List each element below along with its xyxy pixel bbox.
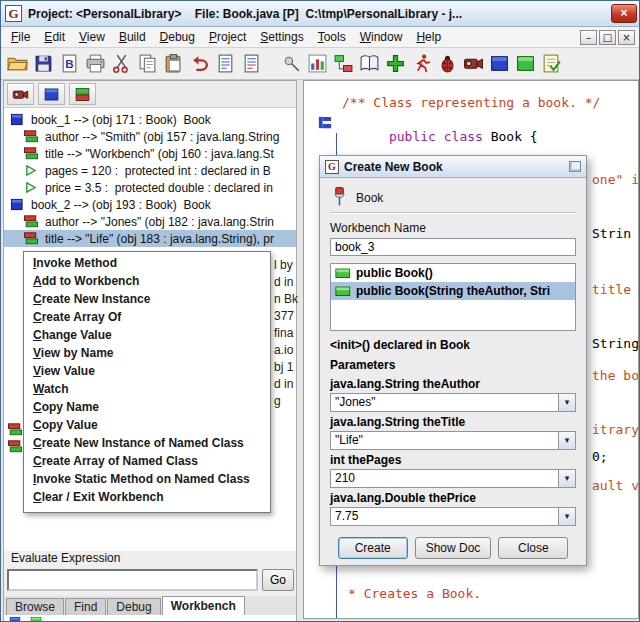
constructor-item[interactable]: public Book(String theAuthor, Stri: [331, 282, 575, 300]
parameter-value-combo[interactable]: "Life"▾: [330, 431, 576, 450]
context-menu-item[interactable]: Add to Workbench: [24, 274, 270, 292]
code-fragment-text: one" i: [592, 172, 639, 187]
workbench-blue-square-button[interactable]: [38, 83, 65, 105]
tree-item[interactable]: author --> "Smith" (obj 157 : java.lang.…: [4, 128, 296, 145]
context-menu-item[interactable]: View Value: [24, 364, 270, 382]
context-menu-item[interactable]: Create Array of Named Class: [24, 454, 270, 472]
workbench-name-input[interactable]: [330, 238, 576, 256]
frame-close-button[interactable]: ×: [618, 30, 635, 45]
menu-file[interactable]: File: [4, 28, 37, 46]
menu-project[interactable]: Project: [202, 28, 253, 46]
context-menu-item[interactable]: Create Array Of: [24, 310, 270, 328]
context-menu-item[interactable]: Clear / Exit Workbench: [24, 490, 270, 508]
menu-view[interactable]: View: [72, 28, 112, 46]
evaluate-expression-input[interactable]: [7, 569, 258, 591]
toolbar-cut-button[interactable]: [108, 50, 134, 77]
tab-find[interactable]: Find: [65, 598, 106, 615]
context-menu-item[interactable]: View by Name: [24, 346, 270, 364]
workbench-green-red-square-button[interactable]: [69, 83, 96, 105]
tree-item[interactable]: title --> "Life" (obj 183 : java.lang.St…: [4, 230, 296, 247]
close-button[interactable]: Close: [498, 537, 568, 559]
menu-edit[interactable]: Edit: [37, 28, 72, 46]
toolbar-print-button[interactable]: [82, 50, 108, 77]
context-menu-item[interactable]: Create New Instance: [24, 292, 270, 310]
string-icon: [8, 440, 22, 453]
context-menu-item[interactable]: Create New Instance of Named Class: [24, 436, 270, 454]
toolbar-book-button[interactable]: [356, 50, 382, 77]
object-icon: [10, 198, 27, 211]
toolbar-checklist-button[interactable]: [538, 50, 564, 77]
chevron-down-icon[interactable]: ▾: [559, 469, 576, 488]
toolbar-green-square-button[interactable]: [512, 50, 538, 77]
bottom-strip: [4, 615, 296, 622]
create-button[interactable]: Create: [338, 537, 408, 559]
constructor-item[interactable]: public Book(): [331, 264, 575, 282]
toolbar-doc-history-button[interactable]: [238, 50, 264, 77]
menu-tools[interactable]: Tools: [311, 28, 353, 46]
add-icon: [385, 53, 406, 74]
context-menu-item[interactable]: Copy Value: [24, 418, 270, 436]
green-red-square-icon: [73, 86, 92, 103]
toolbar-add-button[interactable]: [382, 50, 408, 77]
toolbar-blue-square-button[interactable]: [486, 50, 512, 77]
pin-icon: [281, 53, 302, 74]
parameters-list: java.lang.String theAuthor"Jones"▾java.l…: [330, 374, 576, 528]
context-menu-item[interactable]: Watch: [24, 382, 270, 400]
toolbar-undo-button[interactable]: [186, 50, 212, 77]
tree-item[interactable]: pages = 120 : protected int : declared i…: [4, 162, 296, 179]
parameter-value-combo[interactable]: 210▾: [330, 469, 576, 488]
window-close-button[interactable]: ×: [611, 4, 637, 23]
tree-item[interactable]: title --> "Workbench" (obj 160 : java.la…: [4, 145, 296, 162]
menu-items: FileEditViewBuildDebugProjectSettingsToo…: [4, 28, 448, 46]
tree-item[interactable]: price = 3.5 : protected double : declare…: [4, 179, 296, 196]
doc-history-icon: [241, 53, 262, 74]
tree-item[interactable]: author --> "Jones" (obj 182 : java.lang.…: [4, 213, 296, 230]
chevron-down-icon[interactable]: ▾: [559, 507, 576, 526]
menu-debug[interactable]: Debug: [153, 28, 202, 46]
context-menu-item[interactable]: Change Value: [24, 328, 270, 346]
toolbar-browse-doc-button[interactable]: B: [56, 50, 82, 77]
dialog-dock-button[interactable]: [569, 161, 581, 172]
projector-icon: [463, 53, 484, 74]
menu-settings[interactable]: Settings: [253, 28, 310, 46]
title-bar[interactable]: G Project: <PersonalLibrary> File: Book.…: [1, 1, 640, 27]
tab-browse[interactable]: Browse: [6, 598, 64, 615]
pushpin-icon[interactable]: [332, 186, 347, 208]
copy-icon: [137, 53, 158, 74]
chevron-down-icon[interactable]: ▾: [559, 431, 576, 450]
toolbar-projector-button[interactable]: [460, 50, 486, 77]
toolbar-pin-button[interactable]: [278, 50, 304, 77]
toolbar-save-button[interactable]: [30, 50, 56, 77]
show-doc-button[interactable]: Show Doc: [415, 537, 492, 559]
menu-build[interactable]: Build: [112, 28, 153, 46]
toolbar-run-button[interactable]: [408, 50, 434, 77]
tree-item-label: title --> "Workbench" (obj 160 : java.la…: [45, 147, 274, 161]
parameter-value-combo[interactable]: 7.75▾: [330, 507, 576, 526]
tab-debug[interactable]: Debug: [107, 598, 160, 615]
menu-window[interactable]: Window: [353, 28, 410, 46]
menu-help[interactable]: Help: [409, 28, 448, 46]
context-menu-item[interactable]: Invoke Static Method on Named Class: [24, 472, 270, 490]
workbench-projector-button[interactable]: [7, 83, 34, 105]
toolbar-uml-button[interactable]: [330, 50, 356, 77]
frame-minimize-button[interactable]: –: [580, 30, 597, 45]
frame-restore-button[interactable]: □: [599, 30, 616, 45]
toolbar-open-folder-button[interactable]: [4, 50, 30, 77]
toolbar-chart-button[interactable]: [304, 50, 330, 77]
bottom-tabs: BrowseFindDebugWorkbench: [4, 596, 296, 615]
tree-fragment-text: bj 1: [274, 360, 293, 374]
chevron-down-icon[interactable]: ▾: [559, 393, 576, 412]
toolbar-paste-button[interactable]: [160, 50, 186, 77]
tree-item[interactable]: book_1 --> (obj 171 : Book) Book: [4, 111, 296, 128]
toolbar-debug-bug-button[interactable]: [434, 50, 460, 77]
tree-item[interactable]: book_2 --> (obj 193 : Book) Book: [4, 196, 296, 213]
go-button[interactable]: Go: [262, 569, 294, 591]
dialog-title-bar[interactable]: G Create New Book: [320, 156, 586, 178]
tab-workbench[interactable]: Workbench: [162, 596, 245, 615]
toolbar-copy-button[interactable]: [134, 50, 160, 77]
parameter-value-combo[interactable]: "Jones"▾: [330, 393, 576, 412]
context-menu-item[interactable]: Copy Name: [24, 400, 270, 418]
toolbar-doc-lines-button[interactable]: [212, 50, 238, 77]
parameter-3: java.lang.Double thePrice7.75▾: [330, 491, 576, 526]
context-menu-item[interactable]: Invoke Method: [24, 256, 270, 274]
